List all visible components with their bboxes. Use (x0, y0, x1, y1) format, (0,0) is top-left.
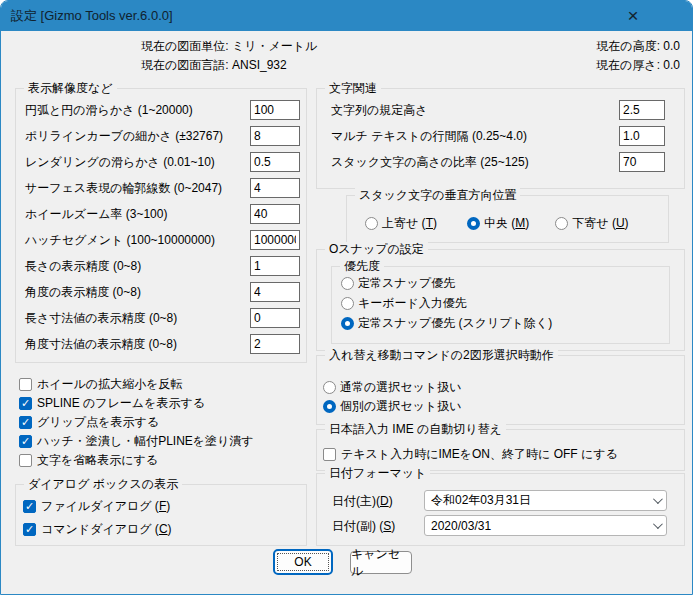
current-unit-value: ミリ・メートル (232, 39, 317, 53)
rendering-smoothness-input[interactable] (250, 152, 300, 172)
polyline-curve-input[interactable] (250, 126, 300, 146)
close-button[interactable]: × (618, 1, 648, 31)
osnap-snap-priority-except-script-label[interactable]: 定常スナップ優先 (スクリプト除く) (358, 315, 552, 332)
command-dialog-checkbox[interactable]: ✓ (23, 523, 36, 536)
date-primary-label: 日付(主)(D) (332, 493, 393, 510)
chevron-down-icon (653, 519, 663, 529)
surface-contour-label: サーフェス表現の輪郭線数 (0~2047) (25, 180, 250, 197)
grip-points-checkbox[interactable]: ✓ (19, 416, 32, 429)
stack-bottom-label[interactable]: 下寄せ (U) (572, 215, 628, 232)
settings-row: ハッチセグメント (100~10000000) (25, 227, 300, 253)
swap-move-selection-group: 入れ替え移動コマンドの2図形選択時動作 通常の選択セット扱い 個別の選択セット扱… (316, 355, 685, 425)
file-dialog-label[interactable]: ファイルダイアログ (F) (41, 498, 170, 515)
invert-wheel-zoom-checkbox[interactable]: ✓ (19, 378, 32, 391)
abbreviate-text-row: ✓ 文字を省略表示にする (19, 452, 158, 469)
ok-button[interactable]: OK (273, 549, 333, 575)
osnap-snap-priority-radio[interactable] (341, 277, 354, 290)
text-height-input[interactable] (619, 100, 665, 120)
settings-row: ポリラインカーブの細かさ (±32767) (25, 123, 300, 149)
mtext-line-spacing-input[interactable] (619, 126, 665, 146)
swap-normal-radio[interactable] (323, 381, 336, 394)
osnap-snap-priority-except-script-radio[interactable] (341, 317, 354, 330)
current-elevation: 現在の高度: 0.0 (596, 38, 680, 55)
check-icon: ✓ (20, 417, 31, 428)
ime-auto-switch-legend: 日本語入力 IME の自動切り替え (325, 422, 506, 437)
date-secondary-select[interactable]: 2020/03/31 (424, 515, 667, 536)
settings-row: サーフェス表現の輪郭線数 (0~2047) (25, 175, 300, 201)
surface-contour-input[interactable] (250, 178, 300, 198)
grip-points-row: ✓ グリップ点を表示する (19, 414, 159, 431)
settings-row: 長さの表示精度 (0~8) (25, 253, 300, 279)
hatch-fill-checkbox[interactable]: ✓ (19, 435, 32, 448)
ime-auto-checkbox[interactable]: ✓ (323, 448, 336, 461)
check-icon: ✓ (24, 524, 35, 535)
osnap-snap-priority-label[interactable]: 定常スナップ優先 (358, 275, 455, 292)
wheel-zoom-rate-input[interactable] (250, 204, 300, 224)
settings-row: 長さ寸法値の表示精度 (0~8) (25, 305, 300, 331)
osnap-priority-group: 優先度 定常スナップ優先 キーボード入力優先 定常スナップ優先 (スクリプト除く… (331, 266, 670, 344)
current-thickness-value: 0.0 (663, 58, 680, 72)
hatch-fill-row: ✓ ハッチ・塗潰し・幅付PLINEを塗り潰す (19, 433, 254, 450)
angle-precision-label: 角度の表示精度 (0~8) (25, 284, 250, 301)
abbreviate-text-checkbox[interactable]: ✓ (19, 454, 32, 467)
osnap-settings-group: Oスナップの設定 優先度 定常スナップ優先 キーボード入力優先 定常スナップ優先… (316, 249, 685, 351)
stack-height-ratio-input[interactable] (619, 152, 665, 172)
chevron-down-icon (653, 494, 663, 504)
dim-length-precision-input[interactable] (250, 308, 300, 328)
stack-top-label[interactable]: 上寄せ (T) (382, 215, 437, 232)
grip-points-label[interactable]: グリップ点を表示する (37, 414, 159, 431)
osnap-priority-legend: 優先度 (340, 259, 384, 274)
current-thickness: 現在の厚さ: 0.0 (596, 57, 680, 74)
command-dialog-label[interactable]: コマンドダイアログ (C) (41, 521, 172, 538)
arc-smoothness-input[interactable] (250, 100, 300, 120)
wheel-zoom-rate-label: ホイールズーム率 (3~100) (25, 206, 250, 223)
cancel-button-label: キャンセル (351, 546, 411, 580)
ok-button-label: OK (294, 555, 311, 569)
current-language: 現在の図面言語: ANSI_932 (141, 57, 287, 74)
ime-auto-label[interactable]: テキスト入力時にIMEをON、終了時に OFF にする (341, 446, 618, 463)
date-primary-select[interactable]: 令和02年03月31日 (424, 490, 667, 511)
hatch-segment-input[interactable] (250, 230, 300, 250)
swap-individual-radio[interactable] (323, 400, 336, 413)
hatch-fill-label[interactable]: ハッチ・塗潰し・幅付PLINEを塗り潰す (37, 433, 254, 450)
length-precision-label: 長さの表示精度 (0~8) (25, 258, 250, 275)
stack-top-option: 上寄せ (T) (365, 215, 437, 232)
check-icon: ✓ (20, 398, 31, 409)
stack-center-label[interactable]: 中央 (M) (484, 215, 529, 232)
settings-row: 文字列の規定高さ (331, 97, 665, 123)
invert-wheel-zoom-label[interactable]: ホイールの拡大縮小を反転 (37, 376, 182, 393)
osnap-keyboard-priority-label[interactable]: キーボード入力優先 (358, 295, 467, 312)
angle-precision-input[interactable] (250, 282, 300, 302)
check-icon: ✓ (24, 501, 35, 512)
hatch-segment-label: ハッチセグメント (100~10000000) (25, 232, 250, 249)
current-thickness-label: 現在の厚さ: (596, 58, 660, 72)
dim-angle-precision-input[interactable] (250, 334, 300, 354)
swap-move-selection-legend: 入れ替え移動コマンドの2図形選択時動作 (325, 348, 558, 363)
cancel-button[interactable]: キャンセル (350, 551, 412, 574)
text-height-label: 文字列の規定高さ (331, 102, 619, 119)
settings-row: ホイールズーム率 (3~100) (25, 201, 300, 227)
current-language-label: 現在の図面言語: (141, 58, 229, 72)
stack-bottom-radio[interactable] (555, 217, 568, 230)
polyline-curve-label: ポリラインカーブの細かさ (±32767) (25, 128, 250, 145)
dim-angle-precision-label: 角度寸法値の表示精度 (0~8) (25, 336, 250, 353)
stack-bottom-option: 下寄せ (U) (555, 215, 628, 232)
spline-frame-label[interactable]: SPLINE のフレームを表示する (37, 395, 205, 412)
osnap-settings-legend: Oスナップの設定 (325, 242, 428, 257)
command-dialog-row: ✓ コマンドダイアログ (C) (23, 521, 172, 538)
file-dialog-checkbox[interactable]: ✓ (23, 500, 36, 513)
spline-frame-checkbox[interactable]: ✓ (19, 397, 32, 410)
abbreviate-text-label[interactable]: 文字を省略表示にする (37, 452, 158, 469)
osnap-keyboard-priority-radio[interactable] (341, 297, 354, 310)
rendering-smoothness-label: レンダリングの滑らかさ (0.01~10) (25, 154, 250, 171)
swap-individual-label[interactable]: 個別の選択セット扱い (340, 398, 461, 415)
display-resolution-legend: 表示解像度など (24, 81, 117, 96)
stack-top-radio[interactable] (365, 217, 378, 230)
swap-normal-label[interactable]: 通常の選択セット扱い (340, 379, 461, 396)
window-title: 設定 [Gizmo Tools ver.6.0.0] (11, 7, 173, 25)
stack-vertical-position-group: スタック文字の垂直方向位置 上寄せ (T) 中央 (M) 下寄せ (U) (346, 195, 669, 243)
length-precision-input[interactable] (250, 256, 300, 276)
stack-center-radio[interactable] (467, 217, 480, 230)
ime-auto-row: ✓ テキスト入力時にIMEをON、終了時に OFF にする (323, 446, 684, 463)
arc-smoothness-label: 円弧と円の滑らかさ (1~20000) (25, 102, 250, 119)
